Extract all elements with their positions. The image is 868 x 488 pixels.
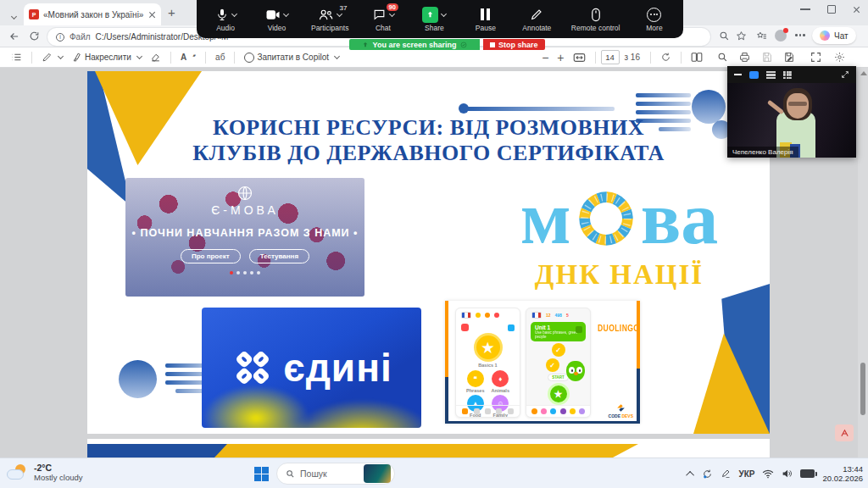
pdf-toolbar: Накреслити A〞 аб Запитати в Copilot − + … [0, 47, 868, 68]
fit-width-icon[interactable] [569, 49, 590, 66]
print-icon[interactable] [739, 52, 750, 63]
battery-icon[interactable] [800, 469, 815, 478]
tab-close-icon[interactable] [148, 11, 156, 19]
weather-widget[interactable]: -2°C Mostly cloudy [7, 463, 83, 483]
zoom-audio-button[interactable]: Audio [209, 6, 242, 32]
zoom-meeting-toolbar: Audio Video 37 Participants 90 Chat Shar… [197, 0, 683, 38]
list-view-icon[interactable] [766, 71, 776, 79]
save-icon[interactable] [761, 52, 772, 63]
mova-dna-ring-icon [573, 186, 639, 252]
wifi-icon[interactable] [762, 469, 774, 479]
speaker-icon[interactable] [782, 469, 793, 479]
codedevs-logo: CODE DEVS [609, 402, 633, 419]
video-overlay-controls [727, 66, 856, 83]
copilot-chat-button[interactable]: Чат [812, 27, 856, 44]
zoom-annotate-button[interactable]: Annotate [520, 6, 554, 32]
zoom-share-button[interactable]: Share [417, 6, 451, 32]
zoom-video-overlay[interactable]: Чепеленко Валерія [727, 66, 856, 158]
settings-gear-icon[interactable] [834, 52, 845, 63]
favorites-star-icon[interactable] [736, 30, 747, 42]
expand-video-icon[interactable] [841, 70, 849, 79]
search-sidebar-icon[interactable] [719, 30, 730, 42]
share-screen-icon [422, 7, 438, 23]
yedyni-image: єдині [202, 308, 421, 428]
emova-about-button[interactable]: Про проект [181, 249, 241, 263]
text-tool-label: аб [215, 53, 225, 62]
zoom-pause-button[interactable]: Pause [469, 6, 503, 32]
browser-tab[interactable]: P «Мовний закон в Україні». 123.p [24, 3, 161, 25]
pen-tool-button[interactable] [37, 49, 67, 66]
emova-carousel-dots [230, 271, 260, 274]
emova-logo-text: Є-МОВА [211, 203, 279, 217]
acrobat-icon [840, 429, 849, 438]
zoom-participants-button[interactable]: 37 Participants [311, 6, 348, 32]
page-number-input[interactable]: 14 [601, 50, 620, 64]
window-minimize-button[interactable] [800, 8, 810, 10]
pen-input-icon[interactable] [721, 469, 731, 479]
mova-tagline: ДНК НАЦІЇ [535, 259, 704, 291]
zoom-remote-control-button[interactable]: Remote control [571, 6, 620, 32]
toc-icon[interactable] [7, 49, 26, 66]
zoom-more-button[interactable]: More [637, 6, 671, 32]
rotate-icon[interactable] [656, 49, 676, 66]
weather-desc: Mostly cloudy [34, 473, 83, 483]
gallery-view-icon[interactable] [783, 71, 792, 79]
zoom-in-button[interactable]: + [553, 49, 568, 66]
tray-chevron-icon[interactable] [687, 470, 695, 479]
emova-test-button[interactable]: Тестування [249, 249, 309, 263]
taskbar-search[interactable]: Пошук [276, 463, 395, 485]
slide-page: КОРИСНІ РЕСУРСИ: ВІД РОЗМОВНИХ КЛУБІВ ДО… [87, 71, 770, 434]
zoom-video-button[interactable]: Video [259, 6, 293, 32]
minimize-video-icon[interactable] [734, 74, 742, 75]
profile-avatar[interactable] [775, 30, 787, 42]
duolingo-phone-right: 124985 Unit 1 Use basic phrases, greet p… [526, 308, 591, 418]
window-close-button[interactable] [853, 6, 860, 14]
basics-lesson-icon: ★ [474, 333, 503, 362]
fullscreen-icon[interactable] [810, 52, 821, 63]
language-indicator[interactable]: УКР [738, 469, 754, 479]
page-number: 14 [605, 53, 615, 62]
zoom-out-button[interactable]: − [537, 49, 553, 66]
refresh-icon[interactable] [29, 30, 40, 42]
clock[interactable]: 13:44 20.02.2026 [822, 464, 863, 483]
task-view-button[interactable] [400, 484, 420, 488]
scrollbar-thumb[interactable] [860, 363, 865, 415]
scrollbar-up-arrow[interactable] [860, 71, 867, 75]
save-as-icon[interactable] [783, 52, 794, 63]
tab-search-chevron-icon[interactable] [8, 8, 16, 24]
stop-share-button[interactable]: Stop share [483, 39, 545, 50]
window-maximize-button[interactable] [827, 5, 836, 14]
chat-count-badge: 90 [387, 3, 398, 11]
duolingo-bottom-nav [456, 405, 520, 417]
duolingo-phone-left: ★ Basics 1 ❝Phrases ♦Animals ▲Food ☺Fami… [455, 308, 520, 418]
yedyni-wordmark: єдині [283, 345, 392, 391]
new-tab-button[interactable]: + [168, 5, 175, 19]
start-button[interactable] [251, 463, 271, 484]
read-aloud-icon[interactable]: A〞 [176, 49, 200, 66]
back-icon[interactable] [8, 30, 20, 42]
pause-icon [481, 6, 490, 23]
share-chevron-icon [441, 10, 447, 16]
sharing-status: You are screen sharing [349, 39, 480, 50]
chat-chevron-icon [389, 10, 395, 16]
eraser-icon[interactable] [146, 49, 165, 66]
windows-taskbar: -2°C Mostly cloudy Пошук 90 [0, 458, 868, 488]
acrobat-fab[interactable] [835, 424, 854, 441]
text-tool-button[interactable]: аб [211, 49, 229, 66]
search-highlight-image[interactable] [364, 464, 391, 483]
page-total: з 16 [625, 53, 641, 62]
page-view-icon[interactable] [687, 49, 707, 66]
tray-time: 13:44 [822, 464, 863, 474]
file-info-icon[interactable]: i [56, 33, 64, 42]
pdf-scrollbar[interactable] [858, 68, 868, 458]
highlight-tool-button[interactable]: Накреслити [67, 49, 146, 66]
sync-icon[interactable] [702, 469, 713, 480]
duolingo-star-button: ★ [548, 383, 570, 405]
collections-icon[interactable] [756, 30, 767, 42]
copilot-icon [820, 30, 830, 41]
copilot-ask-button[interactable]: Запитати в Copilot [240, 49, 343, 66]
zoom-chat-button[interactable]: 90 Chat [366, 6, 400, 32]
browser-more-icon[interactable] [795, 34, 807, 36]
active-speaker-view-icon[interactable] [749, 71, 759, 79]
pdf-search-icon[interactable] [717, 52, 728, 63]
